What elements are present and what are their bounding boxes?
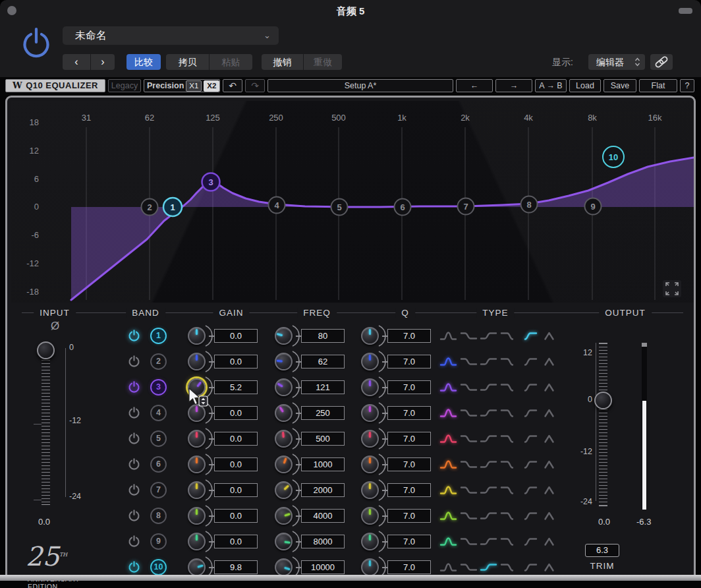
band-9-power-button[interactable] bbox=[127, 535, 141, 548]
graph-band-handle-1[interactable]: 1 bbox=[163, 198, 182, 216]
band-3-select-button[interactable]: 3 bbox=[150, 379, 167, 396]
band-4-select-button[interactable]: 4 bbox=[150, 405, 167, 421]
precision-x2-button[interactable]: X2 bbox=[204, 80, 219, 92]
band-5-q-value[interactable]: 7.0 bbox=[387, 432, 431, 446]
preset-next-button[interactable]: › bbox=[91, 54, 115, 70]
band-6-q-knob[interactable] bbox=[361, 456, 379, 473]
band-5-type-lowshelf-icon[interactable] bbox=[460, 433, 478, 444]
band-1-gain-knob[interactable] bbox=[188, 327, 206, 345]
graph-band-handle-7[interactable]: 7 bbox=[458, 198, 474, 215]
preset-prev-button[interactable]: ‹ bbox=[63, 54, 90, 70]
band-8-freq-knob[interactable] bbox=[275, 507, 293, 525]
undo-button[interactable]: 撤销 bbox=[262, 54, 303, 70]
band-2-q-value[interactable]: 7.0 bbox=[387, 355, 431, 368]
band-1-type-bell-icon[interactable] bbox=[439, 330, 457, 341]
band-1-freq-value[interactable]: 80 bbox=[301, 329, 345, 343]
band-6-freq-knob[interactable] bbox=[275, 456, 293, 473]
redo-button[interactable]: 重做 bbox=[304, 54, 342, 70]
band-8-q-knob[interactable] bbox=[361, 507, 379, 525]
input-fader-knob[interactable] bbox=[37, 341, 55, 359]
preset-selector[interactable]: 未命名 ⌄ bbox=[63, 26, 279, 45]
band-9-select-button[interactable]: 9 bbox=[150, 533, 167, 550]
band-7-power-button[interactable] bbox=[127, 483, 141, 497]
band-7-type-lowshelf-icon[interactable] bbox=[460, 485, 478, 496]
band-3-q-knob[interactable] bbox=[361, 378, 379, 396]
band-3-freq-value[interactable]: 121 bbox=[301, 380, 345, 394]
precision-x1-button[interactable]: X1 bbox=[186, 80, 202, 92]
band-10-q-value[interactable]: 7.0 bbox=[387, 560, 431, 574]
band-7-type-bell-icon[interactable] bbox=[439, 485, 457, 496]
band-3-freq-knob[interactable] bbox=[275, 378, 293, 396]
band-6-power-button[interactable] bbox=[127, 457, 141, 471]
band-8-gain-value[interactable]: 0.0 bbox=[214, 509, 258, 523]
band-2-gain-knob[interactable] bbox=[188, 353, 206, 370]
band-1-type-highpass-icon[interactable] bbox=[520, 330, 538, 341]
band-6-q-value[interactable]: 7.0 bbox=[387, 457, 431, 471]
band-4-type-highshelf-icon[interactable] bbox=[480, 407, 497, 419]
band-7-type-highshelf-icon[interactable] bbox=[480, 485, 497, 496]
band-10-gain-value[interactable]: 9.8 bbox=[214, 560, 258, 574]
band-5-freq-value[interactable]: 500 bbox=[301, 432, 345, 446]
band-1-type-notch-icon[interactable] bbox=[540, 330, 558, 341]
band-9-type-lowshelf-icon[interactable] bbox=[460, 536, 478, 547]
band-8-type-bell-icon[interactable] bbox=[439, 510, 457, 521]
band-1-type-highshelf-icon[interactable] bbox=[480, 330, 497, 341]
help-button[interactable]: ? bbox=[680, 79, 694, 92]
band-1-power-button[interactable] bbox=[127, 329, 141, 343]
band-7-freq-value[interactable]: 2000 bbox=[301, 483, 345, 497]
band-7-gain-value[interactable]: 0.0 bbox=[214, 483, 258, 497]
band-3-type-highpass-icon[interactable] bbox=[520, 382, 538, 393]
band-1-gain-value[interactable]: 0.0 bbox=[214, 329, 258, 343]
band-8-type-notch-icon[interactable] bbox=[540, 510, 558, 521]
band-3-type-lowshelf-icon[interactable] bbox=[460, 382, 478, 393]
band-10-power-button[interactable] bbox=[127, 560, 141, 574]
output-fader-knob[interactable] bbox=[594, 392, 612, 409]
band-8-type-lowpass-icon[interactable] bbox=[500, 510, 518, 521]
band-7-select-button[interactable]: 7 bbox=[150, 482, 167, 498]
band-6-select-button[interactable]: 6 bbox=[150, 456, 167, 473]
band-8-type-lowshelf-icon[interactable] bbox=[460, 510, 478, 521]
band-9-type-notch-icon[interactable] bbox=[540, 536, 558, 547]
band-5-freq-knob[interactable] bbox=[275, 430, 293, 448]
band-4-power-button[interactable] bbox=[127, 406, 141, 420]
band-9-q-knob[interactable] bbox=[361, 533, 379, 550]
band-3-gain-knob[interactable] bbox=[188, 378, 206, 396]
band-6-type-highpass-icon[interactable] bbox=[520, 459, 538, 470]
band-5-type-highpass-icon[interactable] bbox=[520, 433, 538, 444]
band-10-type-bell-icon[interactable] bbox=[439, 562, 457, 573]
setup-field[interactable]: Setup A* bbox=[267, 79, 453, 92]
band-8-type-highshelf-icon[interactable] bbox=[480, 510, 497, 521]
band-8-power-button[interactable] bbox=[127, 509, 141, 523]
graph-expand-button[interactable] bbox=[663, 280, 681, 297]
band-8-q-value[interactable]: 7.0 bbox=[387, 509, 431, 523]
graph-band-handle-9[interactable]: 9 bbox=[585, 198, 602, 215]
flat-button[interactable]: Flat bbox=[639, 79, 677, 92]
band-3-q-value[interactable]: 7.0 bbox=[387, 380, 431, 394]
band-3-type-notch-icon[interactable] bbox=[540, 382, 558, 393]
link-button[interactable] bbox=[650, 54, 673, 70]
band-7-q-value[interactable]: 7.0 bbox=[387, 483, 431, 497]
band-4-type-highpass-icon[interactable] bbox=[520, 407, 538, 419]
input-fader-track[interactable] bbox=[42, 349, 50, 505]
band-2-type-lowshelf-icon[interactable] bbox=[460, 356, 478, 367]
band-9-gain-value[interactable]: 0.0 bbox=[214, 535, 258, 548]
legacy-button[interactable]: Legacy bbox=[108, 79, 141, 92]
display-mode-select[interactable]: 编辑器 bbox=[588, 54, 645, 70]
band-5-select-button[interactable]: 5 bbox=[150, 430, 167, 447]
band-6-type-highshelf-icon[interactable] bbox=[480, 459, 497, 470]
phase-invert-button[interactable]: Ø bbox=[51, 320, 59, 333]
band-7-gain-knob[interactable] bbox=[188, 481, 206, 499]
graph-band-handle-3[interactable]: 3 bbox=[202, 173, 220, 191]
band-9-gain-knob[interactable] bbox=[188, 533, 206, 550]
band-6-type-lowshelf-icon[interactable] bbox=[460, 459, 478, 470]
band-2-type-bell-icon[interactable] bbox=[439, 356, 457, 367]
band-1-q-value[interactable]: 7.0 bbox=[387, 329, 431, 343]
band-9-type-highshelf-icon[interactable] bbox=[480, 536, 497, 547]
band-7-q-knob[interactable] bbox=[361, 481, 379, 499]
band-4-q-value[interactable]: 7.0 bbox=[387, 406, 431, 420]
band-3-gain-value[interactable]: 5.2 bbox=[214, 380, 258, 394]
band-5-type-lowpass-icon[interactable] bbox=[500, 433, 518, 444]
band-1-freq-knob[interactable] bbox=[275, 327, 293, 345]
band-8-freq-value[interactable]: 4000 bbox=[301, 509, 345, 523]
band-9-type-bell-icon[interactable] bbox=[439, 536, 457, 547]
